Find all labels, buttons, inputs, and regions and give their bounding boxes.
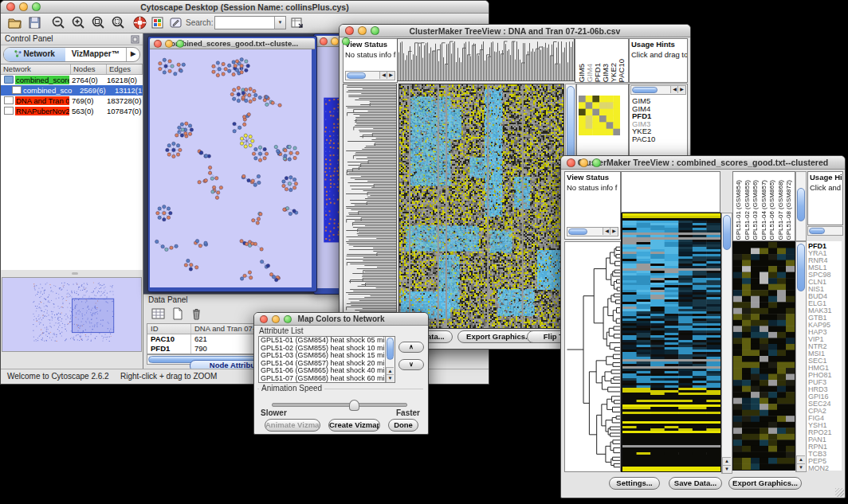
zoom-out-icon[interactable] [51,15,66,30]
annotation-icon[interactable] [168,15,183,30]
tv1-usage-hints-panel: Usage Hints Click and drag to [629,38,688,83]
zoom-selected-icon[interactable] [91,15,106,30]
tv2-hints-hscrollbar[interactable] [807,226,843,236]
tv2-column-dendrogram[interactable] [621,171,720,213]
slower-label: Slower [261,408,287,417]
treeview1-title: ClusterMaker TreeView : DNA and Tran 07-… [340,26,690,36]
node-attribute-icon[interactable] [150,15,165,30]
control-panel-tabs: Network VizMapper™ ▶ [3,47,140,62]
tv2-usage-hints-title: Usage Hints [808,172,842,182]
network-table-row[interactable]: combined_scores2764(0)16218(0) [1,75,143,85]
zoom-window-icon[interactable] [284,315,292,323]
animation-speed-slider[interactable] [272,403,407,407]
zoom-fit-icon[interactable] [111,15,126,30]
settings-button[interactable]: Settings... [609,477,660,490]
search-input[interactable]: ▼ [214,16,286,29]
minimize-icon[interactable] [579,158,588,167]
folder-icon [4,76,14,84]
move-down-button[interactable]: ∨ [398,359,424,370]
delete-attribute-icon[interactable] [190,307,203,320]
open-file-icon[interactable] [7,15,22,30]
tv1-usage-hints-title: Usage Hints [630,39,687,49]
close-icon[interactable] [320,37,328,45]
tv2-labels-vscrollbar[interactable] [795,171,807,241]
tv2-status-hscrollbar[interactable]: ◀▶ [567,227,618,236]
tv2-genes-vscrollbar[interactable]: ▲ ▼ [795,241,807,472]
panel-splitter[interactable] [2,271,141,276]
animate-vizmap-button[interactable]: Animate Vizmap [265,419,320,432]
search-dropdown-icon[interactable]: ▼ [274,17,285,29]
map-colors-dialog: Map Colors to Network Attribute List GPL… [253,312,429,435]
import-table-icon[interactable] [289,15,304,30]
attribute-list-label: Attribute List [259,326,304,335]
tv2-col-label: GPL51-02 (GSM855) [744,180,752,240]
file-icon [12,86,22,94]
zoom-window-icon[interactable] [176,40,184,48]
attribute-list-item[interactable]: GPL51-07 (GSM868) heat shock 60 min [259,375,395,383]
close-icon[interactable] [6,2,15,11]
zoom-in-icon[interactable] [71,15,86,30]
tv1-zoom-heatmap[interactable] [579,96,620,135]
zoom-window-icon[interactable] [592,158,601,167]
tv1-view-status-panel: View Status No status info f ◀▶ [343,38,398,83]
minimize-icon[interactable] [272,315,280,323]
minimize-icon[interactable] [19,2,28,11]
save-icon[interactable] [27,15,42,30]
tv1-heatmap[interactable] [398,84,564,329]
tv1-row-dendrogram[interactable] [343,84,397,329]
attribute-list-vscrollbar[interactable]: ▲ ▼ [385,337,395,382]
zoom-window-icon[interactable] [342,37,350,45]
tv1-labels-hscrollbar[interactable]: ◀▶ [630,85,686,95]
zoom-window-icon[interactable] [371,26,379,35]
network-table-row[interactable]: DNA and Tran 07769(0)183728(0) [1,96,143,106]
close-icon[interactable] [567,158,575,167]
minimize-icon[interactable] [331,37,339,45]
main-titlebar[interactable]: Cytoscape Desktop (Session Name: collins… [1,1,489,14]
close-icon[interactable] [345,26,354,35]
tv1-column-dendrogram[interactable] [397,38,575,81]
tv2-usage-hints-text: Click and drag [808,182,842,193]
resize-grip[interactable] [835,488,844,497]
file-icon [4,96,14,104]
main-window-title: Cytoscape Desktop (Session Name: collins… [1,2,489,12]
done-button[interactable]: Done [388,419,418,432]
tab-network[interactable]: Network [4,48,65,61]
network-canvas[interactable] [150,49,312,287]
tv1-col-label: PAC10 [618,59,626,82]
control-panel: Control Panel Network VizMapper™ ▶ Netwo… [1,33,143,369]
search-label: Search: [186,18,213,27]
tv1-view-status-title: View Status [344,39,397,49]
gene-list-item[interactable]: MON2 [808,465,842,471]
tv2-row-dendrogram[interactable] [564,241,621,472]
network-table-row[interactable]: RNAPuberNov2+563(0)107847(0) [1,106,143,116]
attribute-table-icon[interactable] [151,307,165,320]
minimize-icon[interactable] [358,26,367,35]
slider-thumb[interactable] [349,400,359,411]
birdseye-view[interactable] [2,277,142,352]
window-controls[interactable] [6,2,41,11]
export-graphics-button[interactable]: Export Graphics... [728,477,802,490]
tv1-status-hscrollbar[interactable]: ◀▶ [345,71,395,80]
save-data-button[interactable]: Save Data... [669,477,722,490]
tv2-heatmap-vscrollbar[interactable]: ▲ ▼ [721,213,732,474]
float-panel-icon[interactable] [131,35,139,44]
tv2-zoom-heatmap[interactable] [732,241,795,471]
tv2-heatmap[interactable] [621,213,721,472]
create-vizmap-button[interactable]: Create Vizmap [328,419,380,432]
zoom-window-icon[interactable] [32,2,41,11]
close-icon[interactable] [260,315,268,323]
close-icon[interactable] [154,40,162,48]
tab-vizmapper[interactable]: VizMapper™ [65,48,127,61]
attribute-list[interactable]: GPL51-01 (GSM854) heat shock 05 minGPL51… [258,336,395,383]
tv1-view-status-text: No status info f [344,49,397,60]
network-table-header[interactable]: Network Nodes Edges [1,64,143,75]
tv2-gene-list[interactable]: PFD1YRA1RNR4MSL1SPC98CLN1NIS1BUD4ELG1MAK… [807,241,842,471]
new-attribute-icon[interactable] [171,307,184,320]
tv1-usage-hints-text: Click and drag to [630,49,687,60]
tab-overflow-icon[interactable]: ▶ [126,48,139,61]
minimize-icon[interactable] [165,40,173,48]
help-lifebuoy-icon[interactable] [132,15,147,30]
network-table-row[interactable]: combined_sco2569(6)13112(15) [1,85,143,96]
file-icon [4,107,14,115]
move-up-button[interactable]: ∧ [398,342,424,353]
